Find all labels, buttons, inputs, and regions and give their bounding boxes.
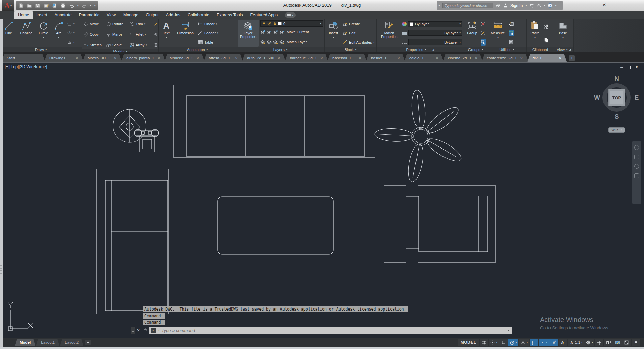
object-snap-tracking-toggle[interactable]: [530, 339, 538, 346]
search-icon[interactable]: [495, 3, 501, 8]
draw-panel-label[interactable]: Draw▾: [0, 47, 82, 52]
tab-express-tools[interactable]: Express Tools: [213, 11, 247, 19]
layer-isolate-icon[interactable]: [260, 30, 265, 35]
tab-add-ins[interactable]: Add-ins: [162, 11, 184, 19]
tab-close-icon[interactable]: ✕: [397, 56, 400, 60]
workspace-settings-button[interactable]: ▾: [584, 339, 594, 346]
model-tab[interactable]: Model: [15, 339, 35, 346]
annotation-scale-button[interactable]: A1:1▾: [568, 339, 584, 346]
block-tv-cabinet[interactable]: [111, 106, 159, 154]
command-input-bar[interactable]: >_ ▾ ▲: [149, 327, 512, 334]
block-sofa-side-view[interactable]: [96, 169, 168, 314]
copy-clip-button[interactable]: [544, 36, 549, 43]
stretch-button[interactable]: Stretch: [83, 41, 104, 49]
model-space-button[interactable]: MODEL: [458, 339, 479, 346]
insert-block-button[interactable]: Insert▾: [326, 20, 341, 47]
dimension-button[interactable]: Dimension: [175, 20, 196, 47]
exchange-dropdown-icon[interactable]: ▾: [544, 4, 545, 7]
file-tab-drawing1[interactable]: Drawing1✕: [44, 54, 84, 62]
command-input[interactable]: [162, 328, 505, 333]
recent-commands-icon[interactable]: ▾: [158, 329, 160, 332]
group-selection-toggle[interactable]: [481, 39, 486, 46]
block-armchair[interactable]: [384, 185, 495, 263]
dialog-launcher-icon[interactable]: ◢: [432, 48, 434, 51]
layer-off-icon[interactable]: [260, 39, 265, 44]
copy-button[interactable]: Copy: [83, 30, 104, 39]
trim-button[interactable]: Trim▾: [129, 20, 152, 28]
select-window-toggle[interactable]: [509, 30, 514, 36]
table-button[interactable]: Table: [198, 38, 218, 46]
view-panel-label[interactable]: View▾◢: [554, 47, 573, 52]
hardware-acceleration-button[interactable]: [613, 339, 622, 346]
dialog-launcher-icon[interactable]: ◢: [569, 48, 571, 51]
paste-button[interactable]: Paste▾: [528, 20, 542, 47]
command-drag-handle[interactable]: [131, 327, 135, 334]
annotation-visibility-toggle[interactable]: A: [549, 339, 558, 346]
close-button[interactable]: ✕: [599, 2, 609, 7]
ungroup-button[interactable]: [481, 21, 486, 27]
tab-close-icon[interactable]: ✕: [76, 56, 78, 60]
edit-block-button[interactable]: Edit: [343, 29, 374, 37]
maximize-button[interactable]: [585, 2, 594, 7]
file-tab-altalena[interactable]: altalena 3d_1✕: [164, 54, 205, 62]
circle-button[interactable]: Circle▾: [36, 20, 51, 47]
hatch-button[interactable]: ▾: [67, 38, 75, 46]
tool-palette-autohide-bar[interactable]: [0, 19, 3, 347]
tab-insert[interactable]: Insert: [33, 11, 51, 19]
create-block-button[interactable]: Create: [343, 20, 374, 28]
layer-lock-button-icon[interactable]: [279, 30, 285, 35]
ellipse-button[interactable]: ▾: [67, 29, 75, 37]
drawing-canvas[interactable]: [−][Top][2D Wireframe] ─ ✕ N W E S TOP W…: [0, 62, 644, 338]
tab-close-icon[interactable]: ✕: [114, 56, 117, 60]
quick-calculator-button[interactable]: [509, 39, 514, 46]
match-properties-button[interactable]: Match Properties: [378, 20, 400, 47]
tab-close-icon[interactable]: ✕: [277, 56, 280, 60]
palette-grip-handle[interactable]: [0, 265, 2, 274]
object-snap-toggle[interactable]: ▾: [539, 339, 549, 346]
layer-unisolate-icon[interactable]: [267, 30, 272, 35]
help-icon[interactable]: [547, 3, 553, 8]
group-button[interactable]: Group: [465, 20, 479, 47]
command-history-toggle-icon[interactable]: ▲: [507, 329, 510, 332]
tab-home[interactable]: Home: [14, 11, 33, 19]
doc-close-button[interactable]: ✕: [635, 65, 639, 70]
new-layout-button[interactable]: +: [85, 340, 91, 345]
file-tab-conferenze[interactable]: conferenze_2d_1✕: [481, 54, 528, 62]
app-store-icon[interactable]: [529, 3, 534, 8]
steering-wheel-icon[interactable]: [634, 145, 639, 150]
array-button[interactable]: Array▾: [129, 41, 152, 49]
layout1-tab[interactable]: Layout1: [36, 339, 59, 346]
file-tab-start[interactable]: Start: [1, 54, 45, 62]
annotation-monitor-button[interactable]: [595, 339, 603, 346]
isolate-objects-button[interactable]: [604, 339, 613, 346]
object-color-dropdown[interactable]: ByLayer▾: [408, 21, 462, 27]
tab-close-icon[interactable]: ✕: [320, 56, 323, 60]
viewcube-top-face[interactable]: TOP: [608, 89, 625, 106]
clipboard-panel-label[interactable]: Clipboard: [527, 47, 554, 52]
layer-properties-button[interactable]: Layer Properties: [238, 20, 259, 47]
doc-restore-button[interactable]: [628, 66, 631, 69]
rotate-button[interactable]: Rotate: [106, 20, 128, 28]
polar-tracking-toggle[interactable]: ▾: [508, 339, 518, 346]
tab-close-icon[interactable]: ✕: [559, 56, 561, 60]
clean-screen-button[interactable]: [622, 339, 631, 346]
measure-button[interactable]: Measure▾: [489, 20, 507, 47]
polyline-button[interactable]: Polyline: [18, 20, 35, 47]
block-three-seat-sofa[interactable]: [174, 85, 375, 158]
quick-select-button[interactable]: [509, 21, 514, 27]
file-tab-div1-active[interactable]: div_1✕: [527, 54, 567, 62]
new-drawing-tab-button[interactable]: +: [569, 55, 575, 61]
file-tab-albero-pianta[interactable]: albero_pianta_1✕: [121, 54, 166, 62]
ucs-icon[interactable]: [8, 302, 33, 331]
minimize-button[interactable]: ─: [570, 2, 579, 7]
autodesk-exchange-icon[interactable]: [536, 3, 541, 8]
layer-sun-icon[interactable]: [273, 39, 278, 44]
linetype-dropdown[interactable]: ByLayer▾: [408, 39, 462, 45]
block-panel-label[interactable]: Block▾: [325, 47, 376, 52]
layers-panel-label[interactable]: Layers▾: [236, 47, 324, 52]
groups-panel-label[interactable]: Groups▾: [464, 47, 487, 52]
leader-button[interactable]: Leader▾: [198, 29, 218, 37]
customization-menu-button[interactable]: ≡: [632, 339, 640, 346]
tab-close-icon[interactable]: ✕: [158, 56, 160, 60]
file-tab-calcio[interactable]: calcio_1✕: [404, 54, 444, 62]
